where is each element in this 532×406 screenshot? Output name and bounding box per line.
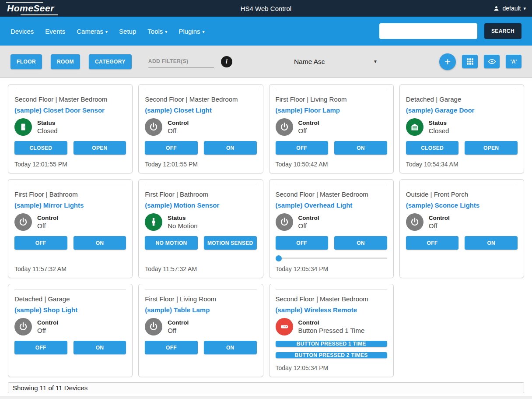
- sort-select[interactable]: Name Asc ▼: [293, 56, 378, 67]
- chevron-down-icon: ▾: [105, 29, 108, 34]
- device-action-button[interactable]: ON: [74, 341, 126, 354]
- nav-item-events[interactable]: Events: [45, 28, 65, 35]
- user-menu[interactable]: default ▾: [493, 5, 526, 12]
- device-field-label: Status: [168, 215, 197, 221]
- bottom-scrollbar[interactable]: [0, 396, 532, 399]
- sort-value: Name Asc: [294, 58, 325, 66]
- device-timestamp: Today 12:05:34 PM: [276, 259, 387, 272]
- floor-filter-button[interactable]: FLOOR: [10, 54, 42, 69]
- device-name-link[interactable]: (sample) Closet Door Sensor: [14, 106, 126, 114]
- device-location: Outside | Front Porch: [406, 191, 518, 198]
- device-field-value: No Motion: [168, 222, 197, 229]
- device-action-button[interactable]: OPEN: [74, 141, 126, 155]
- power-icon[interactable]: [145, 318, 162, 335]
- grid-view-button[interactable]: [462, 55, 478, 68]
- power-icon[interactable]: [14, 213, 32, 231]
- device-name-link[interactable]: (sample) Shop Light: [14, 306, 126, 314]
- power-icon[interactable]: [406, 213, 424, 231]
- card-divider: [406, 90, 518, 90]
- device-card: Second Floor | Master Bedroom(sample) Cl…: [138, 84, 263, 173]
- device-field-value: Button Pressed 1 Time: [298, 327, 365, 334]
- device-location: Detached | Garage: [14, 295, 126, 303]
- device-location: Detached | Garage: [406, 95, 518, 103]
- dim-slider[interactable]: [276, 258, 387, 259]
- device-action-button[interactable]: OFF: [14, 236, 67, 250]
- power-icon[interactable]: [14, 318, 32, 335]
- nav-item-tools[interactable]: Tools▾: [147, 28, 167, 35]
- device-action-button[interactable]: ON: [334, 236, 387, 250]
- device-field-label: Control: [298, 120, 319, 126]
- device-field-label: Control: [37, 319, 58, 326]
- nav-item-cameras[interactable]: Cameras▾: [77, 28, 108, 35]
- device-action-button[interactable]: CLOSED: [406, 141, 459, 155]
- add-filter-input[interactable]: [148, 56, 214, 68]
- device-action-button[interactable]: MOTION SENSED: [204, 236, 257, 250]
- device-status-row: ControlOff: [145, 118, 256, 136]
- device-name-link[interactable]: (sample) Mirror Lights: [14, 201, 126, 209]
- device-action-button[interactable]: NO MOTION: [145, 236, 198, 250]
- device-name-link[interactable]: (sample) Wireless Remote: [276, 306, 387, 314]
- device-action-button[interactable]: BUTTON PRESSED 1 TIME: [276, 341, 387, 347]
- room-filter-button[interactable]: ROOM: [51, 54, 80, 69]
- device-name-link[interactable]: (sample) Garage Door: [406, 106, 518, 114]
- device-location: Second Floor | Master Bedroom: [276, 191, 387, 198]
- device-name-link[interactable]: (sample) Sconce Lights: [406, 201, 518, 209]
- show-hide-button[interactable]: [484, 55, 500, 68]
- card-divider: [276, 185, 387, 185]
- nav-item-plugins[interactable]: Plugins▾: [178, 28, 204, 35]
- slider-thumb[interactable]: [276, 255, 282, 261]
- device-timestamp: Today 12:01:55 PM: [14, 155, 126, 168]
- garage-door-icon[interactable]: [406, 118, 424, 136]
- device-timestamp: Today 11:57:32 AM: [145, 259, 256, 272]
- device-location: Second Floor | Master Bedroom: [145, 95, 256, 103]
- device-action-button[interactable]: ON: [204, 341, 257, 354]
- voice-button[interactable]: 'A': [506, 55, 522, 68]
- device-name-link[interactable]: (sample) Floor Lamp: [276, 106, 387, 114]
- device-name-link[interactable]: (sample) Overhead Light: [276, 201, 387, 209]
- device-field-value: Off: [37, 222, 58, 229]
- nav-item-devices[interactable]: Devices: [10, 28, 34, 35]
- info-icon[interactable]: i: [221, 56, 232, 67]
- device-field-label: Control: [37, 215, 58, 221]
- device-status-row: StatusNo Motion: [145, 213, 256, 231]
- device-action-button[interactable]: ON: [334, 141, 387, 155]
- device-name-link[interactable]: (sample) Motion Sensor: [145, 201, 256, 209]
- category-filter-button[interactable]: CATEGORY: [89, 54, 132, 69]
- device-location: Second Floor | Master Bedroom: [276, 295, 387, 303]
- motion-icon[interactable]: [145, 213, 162, 231]
- door-sensor-icon[interactable]: [14, 118, 32, 136]
- card-divider: [14, 289, 126, 290]
- device-buttons: OFFON: [276, 236, 387, 250]
- device-action-button[interactable]: ON: [204, 141, 257, 155]
- remote-icon[interactable]: [276, 318, 293, 335]
- device-action-button[interactable]: OFF: [276, 236, 329, 250]
- device-action-button[interactable]: ON: [74, 236, 126, 250]
- power-icon[interactable]: [276, 213, 293, 231]
- nav-item-setup[interactable]: Setup: [119, 28, 136, 35]
- power-icon[interactable]: [145, 118, 162, 136]
- device-field-value: Off: [298, 222, 319, 229]
- device-action-button[interactable]: OFF: [276, 141, 329, 155]
- device-name-link[interactable]: (sample) Closet Light: [145, 106, 256, 114]
- search-input[interactable]: [379, 23, 477, 39]
- search-button[interactable]: SEARCH: [484, 23, 522, 39]
- device-name-link[interactable]: (sample) Table Lamp: [145, 306, 256, 314]
- device-action-button[interactable]: OFF: [145, 141, 198, 155]
- device-action-button[interactable]: OPEN: [465, 141, 518, 155]
- device-card: First Floor | Living Room(sample) Floor …: [269, 84, 394, 173]
- user-name: default: [502, 5, 521, 12]
- device-action-button[interactable]: CLOSED: [14, 141, 67, 155]
- homeseer-logo[interactable]: HomeSeer: [6, 2, 58, 15]
- add-device-button[interactable]: +: [439, 53, 456, 70]
- device-status-row: ControlOff: [276, 213, 387, 231]
- power-icon[interactable]: [276, 118, 293, 136]
- device-action-button[interactable]: OFF: [406, 236, 459, 250]
- device-action-button[interactable]: OFF: [145, 341, 198, 354]
- device-action-button[interactable]: BUTTON PRESSED 2 TIMES: [276, 352, 387, 358]
- card-divider: [145, 90, 256, 90]
- device-action-button[interactable]: OFF: [14, 341, 67, 354]
- device-count-bar: Showing 11 of 11 Devices: [8, 382, 524, 393]
- device-action-button[interactable]: ON: [465, 236, 518, 250]
- filter-buttons: FLOOR ROOM CATEGORY i: [10, 54, 232, 69]
- device-location: First Floor | Living Room: [276, 95, 387, 103]
